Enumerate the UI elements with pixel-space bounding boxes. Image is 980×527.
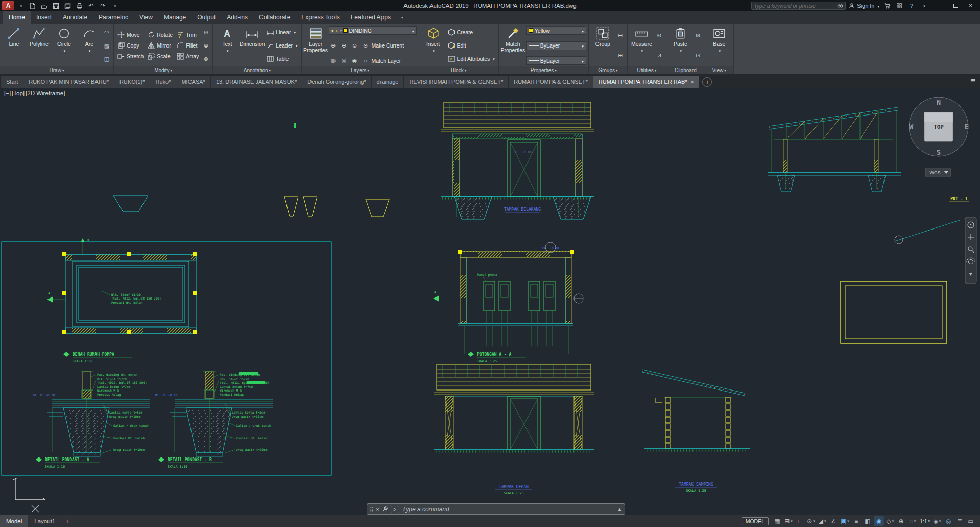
- drawing-elevation-side[interactable]: TAMPAK SAMPING SKALA 1:25: [642, 370, 750, 493]
- command-line[interactable]: ⣿ × > Type a command ▲: [367, 503, 625, 515]
- file-tab[interactable]: RUKO PAK MIN PASAR BARU*: [23, 76, 114, 88]
- linetype-select[interactable]: ByLayer: [526, 41, 586, 50]
- file-tab[interactable]: 13. DRAINASE JALAN MASUK*: [211, 76, 302, 88]
- tab-addins[interactable]: Add-ins: [221, 11, 253, 24]
- measure-button[interactable]: Measure: [630, 25, 654, 66]
- group-button[interactable]: Group: [591, 25, 615, 66]
- selection-filtering-toggle[interactable]: ◌: [907, 516, 918, 526]
- open-file-button[interactable]: [39, 1, 50, 10]
- new-file-button[interactable]: [27, 1, 38, 10]
- command-customize-icon[interactable]: [382, 505, 388, 514]
- drawing-detail-b[interactable]: DETAIL PONDASI - B SKALA 1:10: [155, 372, 273, 469]
- panel-title-groups[interactable]: Groups: [589, 66, 627, 74]
- viewport-minimize-control[interactable]: [−]: [4, 90, 11, 96]
- create-block-button[interactable]: Create: [446, 27, 496, 37]
- tab-express-tools[interactable]: Express Tools: [296, 11, 345, 24]
- drawing-section[interactable]: EL. ±0.00 Panel pompa A: [433, 242, 583, 363]
- tab-collaborate[interactable]: Collaborate: [253, 11, 296, 24]
- object-snap-toggle[interactable]: ▣: [840, 516, 850, 526]
- edit-attributes-button[interactable]: aEdit Attributes: [446, 54, 496, 64]
- snap-mode-toggle[interactable]: ⊞: [783, 516, 794, 526]
- make-current-button[interactable]: Make Current: [372, 42, 404, 49]
- file-tab[interactable]: RUKO(1)*: [114, 76, 151, 88]
- viewcube-north[interactable]: N: [937, 98, 941, 106]
- ungroup-icon[interactable]: ⊟: [616, 31, 625, 40]
- layer-tool-5-icon[interactable]: ◍: [329, 56, 338, 65]
- gizmo-toggle[interactable]: ◈: [932, 516, 942, 526]
- layer-tool-3-icon[interactable]: ⊜: [350, 41, 360, 50]
- signin-control[interactable]: Sign In: [849, 3, 879, 9]
- layer-tool-1-icon[interactable]: ⊕: [329, 41, 338, 50]
- panel-title-annotation[interactable]: Annotation: [213, 66, 301, 74]
- file-tab[interactable]: Denah Gorong-gorong*: [302, 76, 371, 88]
- command-grip-icon[interactable]: ⣿: [370, 507, 373, 512]
- move-button[interactable]: Move: [116, 30, 145, 40]
- isometric-drafting-toggle[interactable]: ◢: [817, 516, 827, 526]
- ortho-toggle[interactable]: ∟: [795, 516, 805, 526]
- 3d-object-snap-toggle[interactable]: ◇: [885, 516, 895, 526]
- panel-title-properties[interactable]: Properties: [499, 66, 588, 74]
- file-tab-active[interactable]: RUMAH POMPA TRANSFER RAB*×: [593, 76, 700, 88]
- insert-block-button[interactable]: Insert: [421, 25, 445, 66]
- linear-button[interactable]: Linear: [265, 27, 299, 37]
- tab-output[interactable]: Output: [192, 11, 221, 24]
- erase-icon[interactable]: ⊘: [201, 28, 210, 37]
- app-store-cart-icon[interactable]: [882, 1, 892, 10]
- layout-viewport-boundary[interactable]: [2, 242, 331, 475]
- new-layout-button[interactable]: +: [61, 518, 73, 525]
- qat-customize-caret[interactable]: [109, 1, 120, 10]
- navigation-bar[interactable]: [965, 217, 976, 284]
- arc-button[interactable]: Arc: [77, 25, 101, 66]
- command-history-icon[interactable]: ▲: [617, 507, 622, 512]
- tab-insert[interactable]: Insert: [31, 11, 57, 24]
- customize-button[interactable]: ≣: [954, 516, 965, 526]
- autodesk-app-icon[interactable]: [895, 1, 904, 10]
- layer-tool-4-icon[interactable]: ⊝: [361, 41, 370, 50]
- file-tab[interactable]: MICASA*: [176, 76, 210, 88]
- ribbon-display-toggle[interactable]: [396, 11, 408, 24]
- panel-title-clipboard[interactable]: Clipboard: [666, 66, 705, 74]
- drawing-canvas[interactable]: Pas. dinding bt. merah Blk. Sloof 15/20 …: [0, 88, 980, 515]
- panel-title-layers[interactable]: Layers: [302, 66, 419, 74]
- rotate-button[interactable]: Rotate: [146, 30, 174, 40]
- logo-menu-caret[interactable]: [15, 1, 26, 10]
- help-search[interactable]: [751, 2, 846, 10]
- command-input[interactable]: > Type a command ▲: [391, 506, 622, 513]
- wcs-menu[interactable]: WCS: [925, 169, 951, 176]
- group-edit-icon[interactable]: ⊞: [616, 51, 625, 60]
- dimension-button[interactable]: Dimension: [240, 25, 264, 66]
- quick-select-icon[interactable]: ⊚: [655, 31, 664, 40]
- drawing-detail-a[interactable]: DETAIL PONDASI - A SKALA 1:10: [33, 372, 150, 469]
- match-properties-button[interactable]: Match Properties: [501, 25, 525, 66]
- id-point-icon[interactable]: ⊿: [655, 51, 664, 60]
- polar-tracking-toggle[interactable]: ⊙: [806, 516, 816, 526]
- undo-button[interactable]: ↶: [86, 1, 97, 10]
- redo-button[interactable]: ↷: [98, 1, 108, 10]
- panel-title-modify[interactable]: Modify: [114, 66, 212, 74]
- object-snap-tracking-toggle[interactable]: ∠: [828, 516, 839, 526]
- viewcube-west[interactable]: W: [909, 123, 914, 131]
- drawing-floor-plan[interactable]: A B Blk. Sloof 15/20 (tul. 4Ø12, bgl.Ø8-…: [47, 238, 197, 363]
- stretch-button[interactable]: Stretch: [116, 51, 145, 61]
- model-space-toggle[interactable]: MODEL: [742, 517, 769, 525]
- tab-annotate[interactable]: Annotate: [57, 11, 93, 24]
- panel-title-block[interactable]: Block: [419, 66, 498, 74]
- viewcube[interactable]: N W E S TOP WCS: [909, 97, 969, 176]
- leader-button[interactable]: Leader: [265, 40, 299, 51]
- file-tab[interactable]: drainage: [372, 76, 404, 88]
- drawing-elevation-rear[interactable]: EL. ±0.00 TAMPAK BELAKANG: [441, 102, 594, 219]
- save-as-button[interactable]: [62, 1, 73, 10]
- layer-properties-button[interactable]: Layer Properties: [304, 25, 328, 66]
- tab-featured-apps[interactable]: Featured Apps: [345, 11, 396, 24]
- file-tab[interactable]: Ruko*: [150, 76, 176, 88]
- layer-tool-7-icon[interactable]: ◉: [350, 56, 360, 65]
- plot-button[interactable]: [74, 1, 85, 10]
- layer-tool-8-icon[interactable]: ○: [361, 56, 370, 65]
- viewport-visual-style-control[interactable]: [2D Wireframe]: [26, 90, 65, 96]
- minimize-button[interactable]: [934, 0, 948, 11]
- close-button[interactable]: ×: [963, 0, 978, 11]
- transparency-toggle[interactable]: ◧: [863, 516, 873, 526]
- circle-button[interactable]: Circle: [52, 25, 76, 66]
- tab-close-icon[interactable]: ×: [691, 79, 694, 85]
- text-button[interactable]: A Text: [215, 25, 239, 66]
